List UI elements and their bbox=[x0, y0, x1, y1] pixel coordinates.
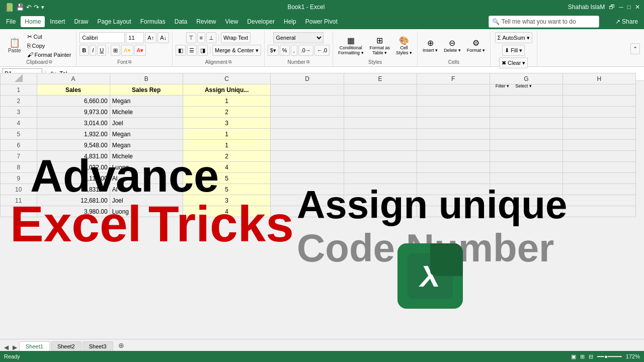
paste-button[interactable]: 📋 Paste bbox=[5, 36, 24, 55]
italic-btn[interactable]: I bbox=[90, 45, 96, 56]
comma-btn[interactable]: , bbox=[291, 45, 297, 56]
decrease-font-btn[interactable]: A↓ bbox=[157, 32, 169, 43]
cell-d10[interactable] bbox=[271, 184, 344, 195]
cell-b11[interactable]: Joel bbox=[110, 195, 183, 206]
cell-h2[interactable] bbox=[562, 96, 635, 107]
cell-d1[interactable] bbox=[271, 84, 344, 96]
cell-b4[interactable]: Joel bbox=[110, 118, 183, 129]
menu-page-layout[interactable]: Page Layout bbox=[93, 16, 135, 27]
percent-btn[interactable]: % bbox=[280, 45, 290, 56]
page-break-view-btn[interactable]: ⊟ bbox=[589, 353, 593, 360]
cell-e10[interactable] bbox=[344, 184, 417, 195]
menu-formulas[interactable]: Formulas bbox=[136, 16, 170, 27]
format-btn[interactable]: ⚙ Format ▾ bbox=[465, 37, 487, 54]
cell-e9[interactable] bbox=[344, 173, 417, 184]
menu-home[interactable]: Home bbox=[21, 16, 45, 27]
cell-b2[interactable]: Megan bbox=[110, 96, 183, 107]
cell-e3[interactable] bbox=[344, 107, 417, 118]
cell-b8[interactable]: Luong bbox=[110, 162, 183, 173]
cell-g9[interactable] bbox=[490, 173, 562, 184]
menu-insert[interactable]: Insert bbox=[46, 16, 69, 27]
cell-a10[interactable]: 8,831.00 bbox=[37, 184, 110, 195]
page-layout-view-btn[interactable]: ⊞ bbox=[580, 353, 585, 360]
align-bottom-btn[interactable]: ⊥ bbox=[206, 32, 216, 43]
col-header-a[interactable]: A bbox=[37, 73, 110, 84]
zoom-level[interactable]: 172% bbox=[626, 353, 640, 359]
cell-f5[interactable] bbox=[417, 129, 490, 140]
cell-a12[interactable]: 3,980.00 bbox=[37, 206, 110, 217]
conditional-formatting-btn[interactable]: ▦ ConditionalFormatting ▾ bbox=[336, 35, 366, 56]
quick-save[interactable]: 💾 bbox=[16, 4, 24, 11]
font-color-btn[interactable]: A▾ bbox=[134, 45, 146, 56]
align-top-btn[interactable]: ⊤ bbox=[186, 32, 196, 43]
cell-f7[interactable] bbox=[417, 151, 490, 162]
cell-b7[interactable]: Michele bbox=[110, 151, 183, 162]
cell-a3[interactable]: 9,973.00 bbox=[37, 107, 110, 118]
menu-developer[interactable]: Developer bbox=[243, 16, 279, 27]
select-all-icon[interactable] bbox=[15, 74, 23, 82]
number-format-select[interactable]: General Number Currency bbox=[273, 32, 324, 43]
menu-power-pivot[interactable]: Power Pivot bbox=[301, 16, 342, 27]
cell-h11[interactable] bbox=[562, 195, 635, 206]
format-as-table-btn[interactable]: ⊞ Format asTable ▾ bbox=[368, 35, 392, 56]
align-center-btn[interactable]: ☰ bbox=[187, 45, 197, 56]
cell-e8[interactable] bbox=[344, 162, 417, 173]
cell-f12[interactable] bbox=[417, 206, 490, 217]
align-right-btn[interactable]: ◨ bbox=[198, 45, 208, 56]
cell-f2[interactable] bbox=[417, 96, 490, 107]
cell-g3[interactable] bbox=[490, 107, 562, 118]
cell-f10[interactable] bbox=[417, 184, 490, 195]
cell-d5[interactable] bbox=[271, 129, 344, 140]
font-name-input[interactable] bbox=[79, 32, 125, 43]
cell-c3[interactable]: 2 bbox=[183, 107, 271, 118]
menu-view[interactable]: View bbox=[221, 16, 243, 27]
quick-undo[interactable]: ↶ bbox=[26, 4, 32, 11]
cell-e1[interactable] bbox=[344, 84, 417, 96]
menu-data[interactable]: Data bbox=[171, 16, 191, 27]
col-header-f[interactable]: F bbox=[417, 73, 490, 84]
cell-h5[interactable] bbox=[562, 129, 635, 140]
delete-btn[interactable]: ⊖ Delete ▾ bbox=[442, 37, 463, 54]
add-sheet-btn[interactable]: ⊕ bbox=[114, 340, 128, 351]
cell-h3[interactable] bbox=[562, 107, 635, 118]
cell-b9[interactable]: Al bbox=[110, 173, 183, 184]
cell-f1[interactable] bbox=[417, 84, 490, 96]
cell-f6[interactable] bbox=[417, 140, 490, 151]
sheet-tab-3[interactable]: Sheet3 bbox=[83, 341, 113, 351]
cell-a11[interactable]: 12,681.00 bbox=[37, 195, 110, 206]
col-header-h[interactable]: H bbox=[562, 73, 635, 84]
cell-d11[interactable] bbox=[271, 195, 344, 206]
cell-h7[interactable] bbox=[562, 151, 635, 162]
cell-b5[interactable]: Megan bbox=[110, 129, 183, 140]
cell-c9[interactable]: 5 bbox=[183, 173, 271, 184]
ribbon-search-input[interactable] bbox=[502, 18, 592, 25]
cell-b12[interactable]: Luong bbox=[110, 206, 183, 217]
col-header-b[interactable]: B bbox=[110, 73, 183, 84]
cell-f9[interactable] bbox=[417, 173, 490, 184]
cell-c7[interactable]: 2 bbox=[183, 151, 271, 162]
cell-f8[interactable] bbox=[417, 162, 490, 173]
decrease-decimal-btn[interactable]: .0→ bbox=[298, 45, 313, 56]
cell-d2[interactable] bbox=[271, 96, 344, 107]
col-header-g[interactable]: G bbox=[490, 73, 562, 84]
cell-c11[interactable]: 3 bbox=[183, 195, 271, 206]
collapse-ribbon-btn[interactable]: ⌃ bbox=[630, 43, 640, 54]
cell-e4[interactable] bbox=[344, 118, 417, 129]
cell-g8[interactable] bbox=[490, 162, 562, 173]
cell-a9[interactable]: 12,114.00 bbox=[37, 173, 110, 184]
menu-review[interactable]: Review bbox=[192, 16, 220, 27]
autosum-btn[interactable]: Σ AutoSum ▾ bbox=[495, 32, 532, 43]
cell-c1[interactable]: Assign Uniqu... bbox=[183, 84, 271, 96]
cell-e12[interactable] bbox=[344, 206, 417, 217]
font-size-input[interactable] bbox=[126, 32, 144, 43]
cell-e7[interactable] bbox=[344, 151, 417, 162]
align-left-btn[interactable]: ◧ bbox=[176, 45, 186, 56]
cell-d7[interactable] bbox=[271, 151, 344, 162]
sheet-tab-2[interactable]: Sheet2 bbox=[51, 341, 82, 351]
cell-g6[interactable] bbox=[490, 140, 562, 151]
fill-btn[interactable]: ⬇ Fill ▾ bbox=[502, 45, 525, 56]
cell-h10[interactable] bbox=[562, 184, 635, 195]
cell-g4[interactable] bbox=[490, 118, 562, 129]
normal-view-btn[interactable]: ▣ bbox=[571, 353, 576, 360]
cell-b10[interactable]: Al bbox=[110, 184, 183, 195]
